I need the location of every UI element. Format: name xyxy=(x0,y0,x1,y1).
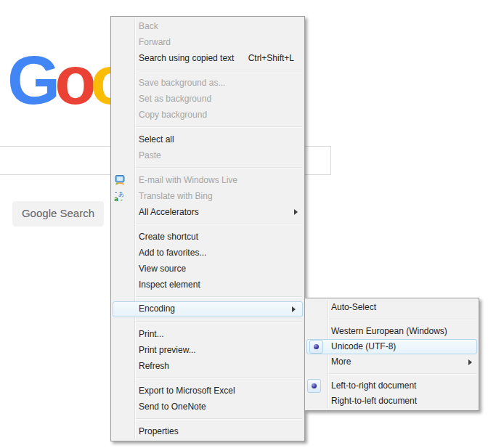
menu-separator xyxy=(136,321,302,322)
menu-item-label: Print... xyxy=(139,329,164,339)
menu-item-refresh[interactable]: Refresh xyxy=(111,358,304,374)
menu-item-print[interactable]: Print... xyxy=(111,326,304,342)
menu-item-label: Refresh xyxy=(139,361,169,371)
windows-live-mail-icon xyxy=(114,174,126,186)
google-logo: Goo xyxy=(7,46,126,115)
logo-letter-g: G xyxy=(7,42,54,118)
menu-item-label: More xyxy=(331,357,351,367)
menu-item-label: Search using copied text xyxy=(139,53,234,63)
menu-item-label: View source xyxy=(139,264,186,274)
menu-item-encoding[interactable]: Encoding xyxy=(113,301,303,317)
logo-letter-o1: o xyxy=(54,42,90,118)
radio-bullet-icon xyxy=(307,379,321,393)
menu-item-search-using-copied-text[interactable]: Search using copied text Ctrl+Shift+L xyxy=(111,50,304,66)
menu-item-select-all[interactable]: Select all xyxy=(111,131,304,147)
submenu-arrow-icon xyxy=(468,359,472,365)
menu-item-label: Export to Microsoft Excel xyxy=(139,386,235,396)
submenu-item-left-to-right-document[interactable]: Left-to-right document xyxy=(305,378,479,394)
menu-item-label: Inspect element xyxy=(139,280,200,290)
menu-item-label: Paste xyxy=(139,150,161,160)
submenu-item-more[interactable]: More xyxy=(305,354,479,370)
menu-item-export-to-microsoft-excel[interactable]: Export to Microsoft Excel xyxy=(111,383,304,399)
menu-item-label: Send to OneNote xyxy=(139,402,206,412)
menu-separator xyxy=(136,378,302,379)
menu-item-label: Set as background xyxy=(139,94,211,104)
svg-text:a: a xyxy=(114,195,118,202)
menu-item-paste: Paste xyxy=(111,147,304,163)
svg-text:あ: あ xyxy=(118,191,124,197)
menu-separator xyxy=(136,167,302,168)
submenu-arrow-icon xyxy=(294,209,298,215)
menu-item-save-background-as: Save background as... xyxy=(111,75,304,91)
menu-item-back: Back xyxy=(111,18,304,34)
menu-item-label: Create shortcut xyxy=(139,232,198,242)
menu-item-set-as-background: Set as background xyxy=(111,91,304,107)
menu-separator xyxy=(136,296,302,298)
submenu-item-unicode-utf-8[interactable]: Unicode (UTF-8) xyxy=(306,339,477,354)
menu-item-label: Copy background xyxy=(139,110,207,120)
menu-separator xyxy=(328,373,476,375)
menu-item-label: Select all xyxy=(139,134,174,144)
google-search-button[interactable]: Google Search xyxy=(12,201,104,227)
menu-item-label: E-mail with Windows Live xyxy=(139,175,237,185)
menu-item-label: Forward xyxy=(139,37,171,47)
submenu-item-western-european-windows[interactable]: Western European (Windows) xyxy=(305,324,479,339)
menu-item-email-with-windows-live: E-mail with Windows Live xyxy=(111,172,304,188)
radio-bullet-icon xyxy=(309,340,323,354)
menu-item-shortcut: Ctrl+Shift+L xyxy=(248,50,294,66)
menu-item-create-shortcut[interactable]: Create shortcut xyxy=(111,229,304,245)
menu-item-forward: Forward xyxy=(111,34,304,50)
menu-item-label: Auto-Select xyxy=(331,302,376,312)
menu-item-copy-background: Copy background xyxy=(111,107,304,123)
menu-item-label: Right-to-left document xyxy=(331,396,417,406)
menu-item-label: Encoding xyxy=(139,304,175,314)
menu-item-label: All Accelerators xyxy=(139,207,199,217)
menu-item-properties[interactable]: Properties xyxy=(111,423,304,439)
menu-item-label: Translate with Bing xyxy=(139,191,213,201)
encoding-submenu: Auto-Select Western European (Windows) U… xyxy=(304,298,479,411)
menu-item-inspect-element[interactable]: Inspect element xyxy=(111,277,304,293)
menu-separator xyxy=(328,319,476,320)
menu-item-label: Western European (Windows) xyxy=(331,326,447,336)
bing-translate-icon: あ a xyxy=(114,190,126,202)
menu-item-view-source[interactable]: View source xyxy=(111,261,304,277)
menu-item-all-accelerators[interactable]: All Accelerators xyxy=(111,204,304,220)
menu-item-print-preview[interactable]: Print preview... xyxy=(111,342,304,358)
menu-separator xyxy=(136,224,302,225)
menu-item-label: Unicode (UTF-8) xyxy=(331,341,396,351)
menu-separator xyxy=(136,126,302,128)
menu-item-add-to-favorites[interactable]: Add to favorites... xyxy=(111,245,304,261)
submenu-item-right-to-left-document[interactable]: Right-to-left document xyxy=(305,394,479,409)
menu-item-label: Properties xyxy=(139,426,179,436)
menu-item-translate-with-bing: あ a Translate with Bing xyxy=(111,188,304,204)
browser-page: Goo Google Search Back Forward Search us… xyxy=(0,0,496,448)
submenu-item-auto-select[interactable]: Auto-Select xyxy=(305,300,479,315)
menu-item-label: Back xyxy=(139,21,158,31)
menu-item-send-to-onenote[interactable]: Send to OneNote xyxy=(111,399,304,415)
menu-separator xyxy=(136,418,302,420)
menu-item-label: Save background as... xyxy=(139,78,225,88)
menu-separator xyxy=(136,70,302,71)
menu-item-label: Left-to-right document xyxy=(331,380,416,391)
context-menu: Back Forward Search using copied text Ct… xyxy=(110,16,305,441)
menu-item-label: Add to favorites... xyxy=(139,248,206,258)
menu-item-label: Print preview... xyxy=(139,345,196,355)
submenu-arrow-icon xyxy=(292,306,296,312)
